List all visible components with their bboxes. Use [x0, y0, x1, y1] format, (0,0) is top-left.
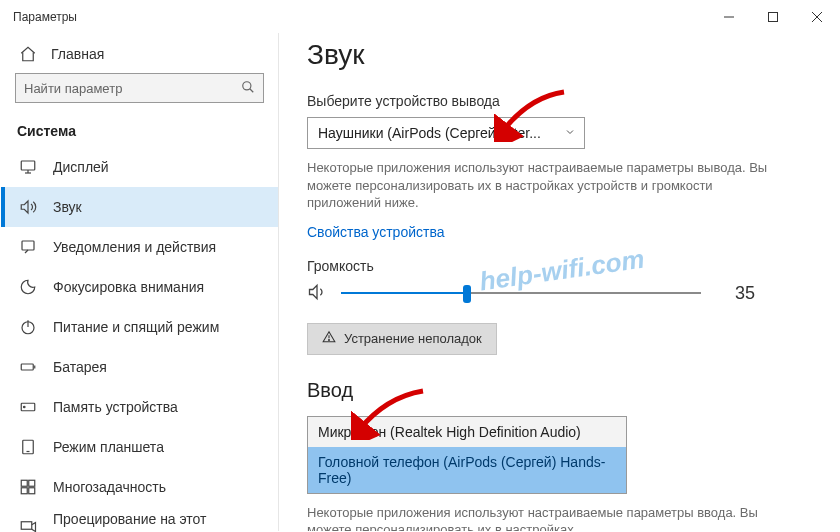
svg-point-4	[243, 81, 251, 89]
sidebar-item-storage[interactable]: Память устройства	[1, 387, 278, 427]
input-help-text: Некоторые приложения используют настраив…	[307, 504, 777, 531]
minimize-button[interactable]	[707, 1, 751, 33]
sidebar-item-label: Режим планшета	[53, 439, 164, 455]
svg-line-5	[250, 88, 254, 92]
svg-rect-1	[769, 13, 778, 22]
sidebar-item-project[interactable]: Проецирование на этот компьютер	[1, 507, 278, 532]
storage-icon	[19, 398, 37, 416]
power-icon	[19, 318, 37, 336]
output-device-value: Наушники (AirPods (Сергей) Ster...	[318, 125, 564, 141]
sidebar-item-notify[interactable]: Уведомления и действия	[1, 227, 278, 267]
search-placeholder: Найти параметр	[24, 81, 241, 96]
output-device-label: Выберите устройство вывода	[307, 93, 811, 109]
window-controls	[707, 1, 839, 33]
sidebar: Главная Найти параметр Система ДисплейЗв…	[1, 33, 279, 531]
svg-rect-23	[21, 522, 32, 530]
sidebar-item-label: Звук	[53, 199, 82, 215]
sound-icon	[19, 198, 37, 216]
home-icon	[19, 45, 37, 63]
sidebar-item-sound[interactable]: Звук	[1, 187, 278, 227]
window-title: Параметры	[13, 10, 77, 24]
settings-window: Параметры Главная Най	[0, 0, 840, 532]
svg-rect-22	[29, 488, 35, 494]
svg-point-26	[329, 340, 330, 341]
sidebar-item-label: Фокусировка внимания	[53, 279, 204, 295]
sidebar-section-header: Система	[1, 113, 278, 147]
tablet-icon	[19, 438, 37, 456]
notify-icon	[19, 238, 37, 256]
sidebar-item-display[interactable]: Дисплей	[1, 147, 278, 187]
output-help-text: Некоторые приложения используют настраив…	[307, 159, 777, 212]
search-icon	[241, 80, 255, 97]
display-icon	[19, 158, 37, 176]
speaker-icon[interactable]	[307, 282, 327, 305]
sidebar-item-label: Батарея	[53, 359, 107, 375]
project-icon	[19, 518, 37, 532]
input-device-listbox[interactable]: Микрофон (Realtek High Definition Audio)…	[307, 416, 627, 494]
content-area: Звук Выберите устройство вывода Наушники…	[279, 33, 839, 531]
page-title: Звук	[307, 39, 811, 71]
search-input[interactable]: Найти параметр	[15, 73, 264, 103]
titlebar: Параметры	[1, 1, 839, 33]
sidebar-item-tablet[interactable]: Режим планшета	[1, 427, 278, 467]
sidebar-item-label: Уведомления и действия	[53, 239, 216, 255]
svg-marker-9	[21, 201, 28, 213]
warning-icon	[322, 330, 336, 347]
svg-rect-19	[21, 480, 27, 486]
multitask-icon	[19, 478, 37, 496]
sidebar-item-label: Дисплей	[53, 159, 109, 175]
svg-rect-10	[22, 241, 34, 250]
volume-label: Громкость	[307, 258, 811, 274]
svg-rect-21	[21, 488, 27, 494]
input-device-option[interactable]: Микрофон (Realtek High Definition Audio)	[308, 417, 626, 447]
sidebar-item-label: Проецирование на этот компьютер	[53, 511, 262, 532]
sidebar-home[interactable]: Главная	[1, 37, 278, 73]
svg-rect-6	[21, 161, 35, 170]
sidebar-item-multitask[interactable]: Многозадачность	[1, 467, 278, 507]
close-button[interactable]	[795, 1, 839, 33]
sidebar-home-label: Главная	[51, 46, 104, 62]
sidebar-item-label: Многозадачность	[53, 479, 166, 495]
focus-icon	[19, 278, 37, 296]
sidebar-item-label: Память устройства	[53, 399, 178, 415]
output-device-dropdown[interactable]: Наушники (AirPods (Сергей) Ster...	[307, 117, 585, 149]
sidebar-item-battery[interactable]: Батарея	[1, 347, 278, 387]
device-properties-link[interactable]: Свойства устройства	[307, 224, 445, 240]
maximize-button[interactable]	[751, 1, 795, 33]
volume-value: 35	[735, 283, 755, 304]
troubleshoot-button[interactable]: Устранение неполадок	[307, 323, 497, 355]
svg-rect-20	[29, 480, 35, 486]
volume-slider[interactable]	[341, 284, 701, 302]
sidebar-item-label: Питание и спящий режим	[53, 319, 219, 335]
input-device-option[interactable]: Головной телефон (AirPods (Сергей) Hands…	[308, 447, 626, 493]
sidebar-item-power[interactable]: Питание и спящий режим	[1, 307, 278, 347]
svg-rect-13	[21, 364, 33, 370]
svg-marker-24	[310, 285, 318, 298]
svg-point-16	[24, 406, 26, 408]
troubleshoot-label: Устранение неполадок	[344, 331, 482, 346]
sidebar-nav: ДисплейЗвукУведомления и действияФокусир…	[1, 147, 278, 532]
chevron-down-icon	[564, 125, 576, 141]
battery-icon	[19, 358, 37, 376]
input-section-title: Ввод	[307, 379, 811, 402]
volume-row: 35	[307, 282, 811, 305]
sidebar-item-focus[interactable]: Фокусировка внимания	[1, 267, 278, 307]
